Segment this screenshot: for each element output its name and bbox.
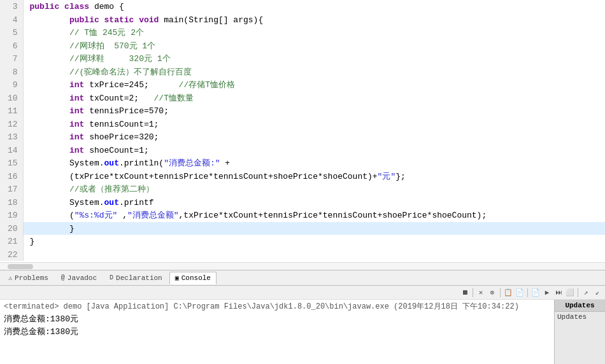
token-plain: .printf [119, 198, 154, 207]
line-number: 11 [0, 104, 23, 118]
code-table: 3public class demo {4 public static void… [0, 0, 605, 261]
scrollbar-thumb[interactable] [8, 264, 33, 269]
tab-label: Console [182, 274, 211, 282]
token-cm: //或者（推荐第二种） [69, 185, 154, 194]
line-number: 9 [0, 78, 23, 92]
line-number: 14 [0, 144, 23, 157]
tab-icon: ▣ [175, 274, 179, 282]
toolbar-btn-paste[interactable]: 📄 [515, 288, 525, 298]
token-kw: int [69, 80, 89, 90]
console-output-line: 消费总金额:1380元 [4, 326, 550, 339]
token-plain [30, 80, 69, 90]
token-plain: ( [30, 211, 75, 220]
line-number: 4 [0, 13, 23, 27]
tab-console[interactable]: ▣Console [169, 272, 217, 284]
line-content: int shoePrice=320; [23, 130, 605, 144]
toolbar-btn-run-all[interactable]: ⏭ [553, 288, 564, 298]
line-number: 13 [0, 130, 23, 144]
console-content: <terminated> demo [Java Application] C:\… [0, 300, 605, 364]
line-number: 8 [0, 66, 23, 79]
line-content: int shoeCount=1; [23, 144, 605, 157]
tab-label: Problems [15, 274, 48, 282]
tab-icon: ⚠ [8, 274, 12, 282]
line-content: public class demo { [23, 0, 605, 13]
token-cm: //(驼峰命名法）不了解自行百度 [69, 67, 192, 77]
token-kw: int [69, 106, 89, 116]
tab-icon: @ [61, 274, 65, 281]
toolbar-btn-close-all[interactable]: ⊗ [487, 288, 497, 298]
toolbar-btn-scroll-lock[interactable]: ↗ [581, 288, 591, 298]
tab-problems[interactable]: ⚠Problems [3, 272, 54, 284]
token-cm: // T恤 245元 2个 [69, 28, 144, 38]
token-plain: main(String[] args){ [164, 15, 263, 25]
token-plain: , [117, 211, 127, 220]
line-number: 10 [0, 92, 23, 105]
toolbar-btn-pin[interactable]: ↙ [592, 288, 602, 298]
toolbar-separator [500, 288, 501, 297]
token-kw: void [139, 15, 164, 25]
line-content: int txPrice=245; //存储T恤价格 [23, 78, 605, 92]
line-number: 16 [0, 170, 23, 183]
line-number: 3 [0, 0, 23, 13]
token-plain: txCount=2; [89, 94, 153, 103]
toolbar-separator [578, 288, 578, 297]
token-plain: demo { [94, 2, 124, 11]
console-output: 消费总金额:1380元消费总金额:1380元 [4, 313, 550, 338]
toolbar-btn-stop[interactable]: ⏹ [460, 288, 470, 298]
line-content: (txPrice*txCount+tennisPrice*tennisCount… [23, 170, 605, 183]
line-number: 21 [0, 235, 23, 248]
token-plain: tennisCount=1; [89, 120, 159, 129]
token-plain [30, 67, 69, 77]
token-plain: .println( [119, 158, 164, 168]
token-str: "元" [378, 172, 396, 181]
horizontal-scrollbar[interactable] [0, 262, 605, 270]
bottom-panel: ⚠Problems@JavadocDDeclaration▣Console ⏹✕… [0, 270, 605, 364]
line-content: //或者（推荐第二种） [23, 183, 605, 196]
token-plain: txPrice=245; [89, 80, 178, 90]
token-plain: shoeCount=1; [89, 146, 149, 155]
toolbar-btn-paste-alt[interactable]: 📄 [530, 288, 541, 298]
toolbar-btn-close[interactable]: ✕ [476, 288, 486, 298]
token-plain [30, 41, 69, 51]
line-number: 22 [0, 248, 23, 262]
token-plain [30, 28, 69, 38]
token-kw: class [64, 2, 94, 11]
token-plain [30, 54, 69, 64]
token-plain [30, 15, 69, 25]
toolbar-btn-clear[interactable]: ⬜ [565, 288, 575, 298]
line-content: // T恤 245元 2个 [23, 26, 605, 39]
line-number: 17 [0, 183, 23, 196]
token-plain: }; [395, 172, 406, 181]
tab-declaration[interactable]: DDeclaration [104, 272, 168, 284]
line-number: 18 [0, 196, 23, 209]
line-number: 5 [0, 26, 23, 39]
token-method-out: out [104, 158, 119, 168]
line-content: } [23, 235, 605, 248]
token-str: "消费总金额" [127, 211, 179, 220]
line-content: public static void main(String[] args){ [23, 13, 605, 27]
line-number: 12 [0, 118, 23, 131]
token-plain [30, 185, 69, 194]
token-kw: int [69, 146, 89, 155]
toolbar-separator [473, 288, 473, 297]
tab-bar: ⚠Problems@JavadocDDeclaration▣Console [0, 270, 605, 286]
token-plain [30, 132, 69, 142]
line-number: 7 [0, 52, 23, 66]
token-cm: //网球鞋 320元 1个 [69, 54, 171, 64]
tab-javadoc[interactable]: @Javadoc [55, 272, 103, 284]
token-str: "消费总金额:" [164, 158, 220, 168]
token-cm: //网球拍 570元 1个 [69, 41, 155, 51]
token-kw: static [104, 15, 139, 25]
token-kw: int [69, 120, 89, 129]
toolbar-btn-run[interactable]: ▶ [542, 288, 552, 298]
token-str: "%s:%d元" [75, 211, 118, 220]
token-plain: ,txPrice*txCount+tennisPrice*tennisCount… [179, 211, 487, 220]
token-plain [30, 94, 69, 103]
line-content: ("%s:%d元" ,"消费总金额",txPrice*txCount+tenni… [23, 209, 605, 222]
token-plain: System. [30, 158, 104, 168]
updates-body: Updates [555, 312, 605, 322]
token-plain: } [30, 237, 35, 246]
line-content: System.out.printf [23, 196, 605, 209]
updates-header: Updates [555, 300, 605, 312]
toolbar-btn-copy[interactable]: 📋 [503, 288, 513, 298]
